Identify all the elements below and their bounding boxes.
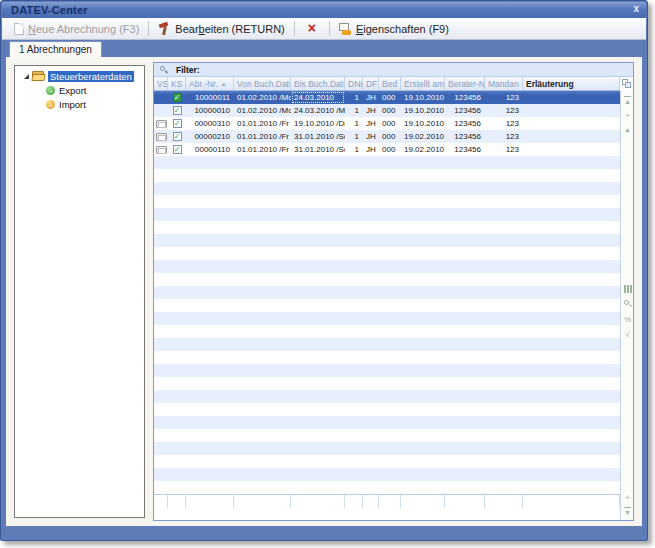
cell-bis[interactable]: 31.01.2010 /So (291, 130, 345, 143)
column-header-erstellt[interactable]: Erstellt am (401, 77, 445, 90)
cell-erstellt[interactable]: 19.10.2010 /Di (401, 117, 445, 130)
cell-dnr[interactable]: 1 (345, 143, 363, 156)
cell-erlaeuterung[interactable] (523, 91, 620, 104)
checkbox-icon[interactable]: ✓ (173, 132, 182, 141)
cell-dnr[interactable]: 1 (345, 104, 363, 117)
column-header-df[interactable]: DF (363, 77, 379, 90)
table-row[interactable]: ✓0000021001.01.2010 /Fr31.01.2010 /So1JH… (154, 130, 620, 143)
cell-mandant[interactable]: 123 (485, 91, 523, 104)
cell-ks[interactable]: ✓ (168, 104, 186, 117)
cell-erstellt[interactable]: 19.02.2010 /Fr (401, 130, 445, 143)
cell-von[interactable]: 01.01.2010 /Fr (234, 117, 291, 130)
edit-button[interactable]: Bearbeiten (RETURN) (152, 20, 290, 37)
cell-abr_nr[interactable]: 00000210 (186, 130, 234, 143)
cell-abr_nr[interactable]: 10000011 (186, 91, 234, 104)
cell-erlaeuterung[interactable] (523, 143, 620, 156)
delete-button[interactable]: × (298, 20, 326, 37)
cell-bed[interactable]: 000 (379, 91, 401, 104)
column-chooser-icon[interactable] (622, 79, 631, 88)
title-bar[interactable]: DATEV-Center x (2, 2, 646, 18)
tree-root-label[interactable]: Steuerberaterdaten (48, 71, 134, 82)
cell-bis[interactable]: 31.01.2010 /So (291, 143, 345, 156)
column-header-dnr[interactable]: DNr. (345, 77, 363, 90)
cell-dnr[interactable]: 1 (345, 91, 363, 104)
checkbox-icon[interactable]: ✓ (173, 119, 182, 128)
cell-mandant[interactable]: 123 (485, 117, 523, 130)
filter-bar[interactable]: Filter: (154, 63, 633, 77)
column-header-vs[interactable]: VS (154, 77, 168, 90)
cell-abr_nr[interactable]: 10000010 (186, 104, 234, 117)
cell-df[interactable]: JH (363, 117, 379, 130)
cell-ks[interactable]: ✓ (168, 143, 186, 156)
cell-bis[interactable]: 24.03.2010 /Mi (291, 104, 345, 117)
table-row[interactable]: ✓0000031001.01.2010 /Fr19.10.2010 /Di1JH… (154, 117, 620, 130)
cell-vs[interactable] (154, 130, 168, 143)
cell-ks[interactable]: ✓ (168, 91, 186, 104)
cell-dnr[interactable]: 1 (345, 130, 363, 143)
cell-berater[interactable]: 123456 (445, 143, 485, 156)
column-header-mandant[interactable]: Mandan (485, 77, 523, 90)
cell-vs[interactable] (154, 143, 168, 156)
navigation-tree-panel[interactable]: Steuerberaterdaten → Export → Import (14, 65, 145, 518)
column-header-von[interactable]: Von Buch.Datum (234, 77, 291, 90)
cell-erlaeuterung[interactable] (523, 130, 620, 143)
cell-berater[interactable]: 123456 (445, 117, 485, 130)
cell-berater[interactable]: 123456 (445, 91, 485, 104)
tree-item-label[interactable]: Export (59, 85, 86, 96)
column-header-bis[interactable]: Bis Buch.Datum (291, 77, 345, 90)
percent-icon[interactable]: % (621, 313, 634, 325)
cell-erlaeuterung[interactable] (523, 117, 620, 130)
cell-von[interactable]: 01.02.2010 /Mo (234, 91, 291, 104)
cell-ks[interactable]: ✓ (168, 130, 186, 143)
table-row[interactable]: ✓1000001101.02.2010 /Mo24.03.20101JH0001… (154, 91, 620, 104)
cell-df[interactable]: JH (363, 91, 379, 104)
cell-berater[interactable]: 123456 (445, 104, 485, 117)
cell-erstellt[interactable]: 19.10.2010 /Di (401, 91, 445, 104)
column-header-abr_nr[interactable]: Abr.-Nr.▲ (186, 77, 234, 90)
cell-bis[interactable]: 24.03.2010 (291, 91, 345, 104)
cell-erstellt[interactable]: 19.02.2010 /Fr (401, 143, 445, 156)
cell-vs[interactable] (154, 104, 168, 117)
checkbox-icon[interactable]: ✓ (173, 106, 182, 115)
cell-bed[interactable]: 000 (379, 130, 401, 143)
cell-von[interactable]: 01.02.2010 /Mo (234, 104, 291, 117)
cell-bis[interactable]: 19.10.2010 /Di (291, 117, 345, 130)
new-invoice-button[interactable]: Neue Abrechnung (F3) (8, 21, 145, 37)
close-icon[interactable]: x (633, 3, 639, 14)
cell-erstellt[interactable]: 19.10.2010 /Di (401, 104, 445, 117)
tree-item-label[interactable]: Import (59, 99, 86, 110)
column-header-berater[interactable]: Berater-Nr. (445, 77, 485, 90)
magnifier-icon[interactable] (160, 66, 167, 73)
cell-abr_nr[interactable]: 00000110 (186, 143, 234, 156)
cell-mandant[interactable]: 123 (485, 130, 523, 143)
checkbox-icon[interactable]: ✓ (173, 93, 182, 102)
table-row[interactable]: ✓1000001001.02.2010 /Mo24.03.2010 /Mi1JH… (154, 104, 620, 117)
cell-dnr[interactable]: 1 (345, 117, 363, 130)
add-icon[interactable]: + (621, 491, 634, 503)
tab-abrechnungen[interactable]: 1 Abrechnungen (9, 41, 102, 57)
tree-item-export[interactable]: → Export (15, 84, 144, 97)
cell-von[interactable]: 01.01.2010 /Fr (234, 130, 291, 143)
table-row[interactable]: ✓0000011001.01.2010 /Fr31.01.2010 /So1JH… (154, 143, 620, 156)
cell-bed[interactable]: 000 (379, 117, 401, 130)
row-plus-icon[interactable]: + (621, 109, 634, 121)
sort-up-icon[interactable]: ▴ (621, 123, 634, 135)
column-header-bed[interactable]: Bed (379, 77, 401, 90)
cell-df[interactable]: JH (363, 104, 379, 117)
search-icon[interactable] (621, 298, 634, 310)
filter-funnel-icon[interactable]: ▾ (621, 506, 634, 518)
cell-df[interactable]: JH (363, 143, 379, 156)
cell-bed[interactable]: 000 (379, 104, 401, 117)
tree-item-import[interactable]: → Import (15, 98, 144, 111)
sum-icon[interactable]: √ (621, 328, 634, 340)
cell-berater[interactable]: 123456 (445, 130, 485, 143)
properties-button[interactable]: Eigenschaften (F9) (333, 21, 455, 37)
table-side-toolbar[interactable]: ▴+▴%√+▾ (620, 91, 633, 520)
cell-mandant[interactable]: 123 (485, 104, 523, 117)
cell-ks[interactable]: ✓ (168, 117, 186, 130)
cell-df[interactable]: JH (363, 130, 379, 143)
cell-mandant[interactable]: 123 (485, 143, 523, 156)
cell-vs[interactable] (154, 91, 168, 104)
tree-root-steuerberaterdaten[interactable]: Steuerberaterdaten (15, 69, 144, 83)
cell-von[interactable]: 01.01.2010 /Fr (234, 143, 291, 156)
